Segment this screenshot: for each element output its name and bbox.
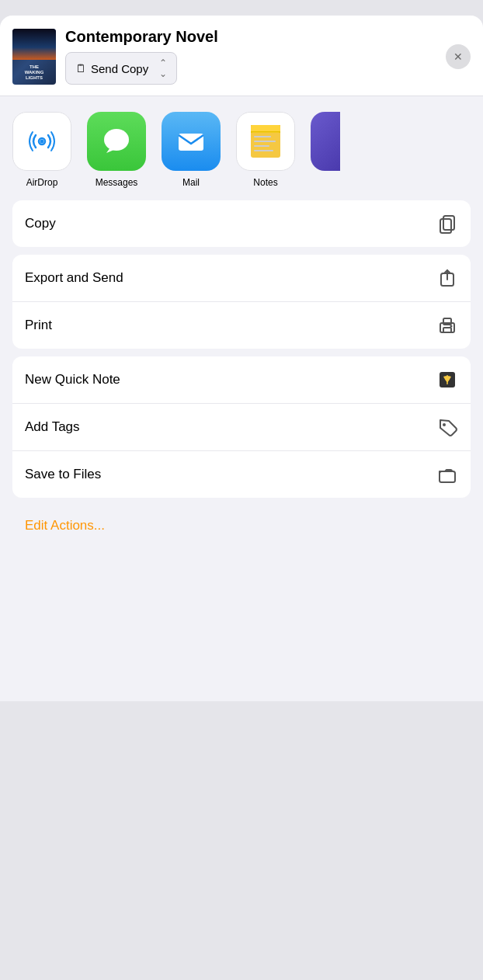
app-item-messages[interactable]: Messages (87, 112, 146, 188)
chevron-updown-icon: ⌃⌄ (159, 57, 167, 79)
svg-rect-11 (254, 145, 269, 147)
header-info: Contemporary Novel 🗒 Send Copy ⌃⌄ (65, 28, 436, 85)
svg-rect-10 (254, 141, 276, 142)
svg-rect-21 (443, 328, 451, 332)
svg-rect-16 (440, 219, 451, 233)
export-icon (436, 267, 458, 289)
action-group-1: Copy (12, 200, 471, 247)
app-item-notes[interactable]: Notes (236, 112, 295, 188)
print-label: Print (25, 318, 52, 333)
files-icon (436, 464, 458, 485)
mail-svg (173, 123, 209, 159)
sheet-header: THEWAKINGLIGHTS Contemporary Novel 🗒 Sen… (0, 16, 483, 96)
airdrop-svg (25, 124, 59, 158)
app-item-mail[interactable]: Mail (162, 112, 221, 188)
quick-note-icon (436, 369, 458, 391)
new-quick-note-label: New Quick Note (25, 372, 120, 387)
send-copy-label: Send Copy (91, 62, 148, 75)
action-group-2: Export and Send Print (12, 255, 471, 349)
airdrop-icon (12, 112, 71, 171)
close-icon: ✕ (453, 50, 463, 63)
export-send-label: Export and Send (25, 270, 123, 286)
airdrop-label: AirDrop (26, 177, 58, 188)
notes-icon (236, 112, 295, 171)
svg-point-22 (450, 325, 453, 328)
svg-point-25 (443, 423, 446, 426)
svg-rect-4 (179, 134, 203, 151)
close-button[interactable]: ✕ (446, 44, 471, 69)
export-send-action[interactable]: Export and Send (12, 255, 471, 302)
messages-icon (87, 112, 146, 171)
messages-label: Messages (96, 177, 138, 188)
action-group-3: New Quick Note Add Tags Save to Files (12, 356, 471, 498)
svg-point-1 (40, 140, 44, 144)
notes-label: Notes (253, 177, 277, 188)
edit-actions-label: Edit Actions... (25, 518, 105, 533)
print-icon (436, 315, 458, 336)
svg-rect-12 (254, 150, 273, 151)
messages-svg (99, 123, 134, 159)
edit-actions-section[interactable]: Edit Actions... (12, 506, 471, 546)
app-row: AirDrop Messages (12, 112, 471, 188)
save-to-files-label: Save to Files (25, 467, 101, 482)
copy-label: Copy (25, 216, 56, 231)
book-title: Contemporary Novel (65, 28, 436, 46)
send-copy-button[interactable]: 🗒 Send Copy ⌃⌄ (65, 52, 177, 85)
copy-icon (436, 213, 458, 235)
app-row-section: AirDrop Messages (0, 96, 483, 197)
book-cover: THEWAKINGLIGHTS (12, 29, 56, 85)
save-to-files-action[interactable]: Save to Files (12, 451, 471, 498)
add-tags-action[interactable]: Add Tags (12, 404, 471, 451)
app-item-airdrop[interactable]: AirDrop (12, 112, 71, 188)
copy-action[interactable]: Copy (12, 200, 471, 247)
add-tags-label: Add Tags (25, 419, 80, 435)
new-quick-note-action[interactable]: New Quick Note (12, 356, 471, 404)
partial-app-icon (311, 112, 340, 171)
tags-icon (436, 416, 458, 438)
actions-section: Copy Export and Send Print (0, 200, 483, 546)
mail-label: Mail (182, 177, 200, 188)
svg-rect-9 (254, 136, 271, 137)
document-icon: 🗒 (75, 62, 86, 75)
svg-point-2 (104, 129, 129, 151)
bottom-space (0, 546, 483, 701)
svg-rect-15 (443, 216, 454, 230)
mail-icon (162, 112, 221, 171)
notes-svg (245, 120, 287, 162)
svg-rect-26 (440, 471, 455, 482)
svg-rect-14 (251, 131, 280, 133)
share-sheet: THEWAKINGLIGHTS Contemporary Novel 🗒 Sen… (0, 16, 483, 701)
app-item-partial[interactable] (311, 112, 340, 188)
print-action[interactable]: Print (12, 302, 471, 349)
